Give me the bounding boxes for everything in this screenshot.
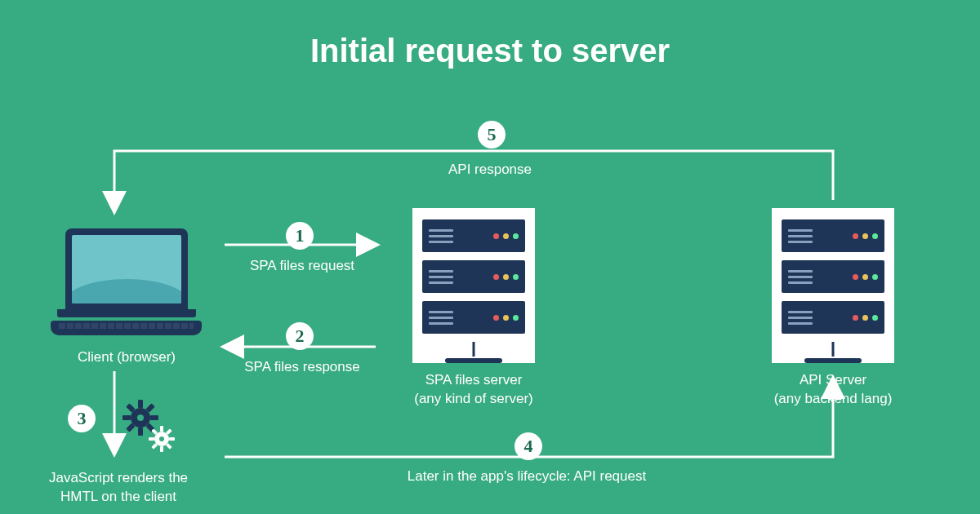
step-badge-3: 3 — [68, 405, 96, 432]
client-label: Client (browser) — [49, 349, 204, 366]
diagram-title: Initial request to server — [0, 33, 980, 69]
svg-rect-14 — [169, 437, 175, 441]
step-3-label: JavaScript renders the HMTL on the clien… — [29, 469, 208, 507]
api-server-label: API Server (any backend lang) — [739, 371, 927, 409]
step-2-label: SPA files response — [220, 359, 384, 375]
svg-rect-1 — [138, 400, 143, 408]
svg-rect-12 — [160, 446, 163, 452]
svg-rect-11 — [160, 426, 163, 432]
svg-rect-13 — [149, 437, 154, 441]
api-server-icon — [772, 208, 894, 363]
spa-server-icon — [412, 208, 535, 363]
step-badge-5: 5 — [478, 121, 506, 148]
spa-server-label: SPA files server (any kind of server) — [384, 371, 564, 409]
step-4-label: Later in the app's lifecycle: API reques… — [351, 468, 702, 485]
client-laptop-icon — [57, 228, 196, 335]
svg-point-9 — [137, 414, 144, 421]
step-badge-4: 4 — [514, 432, 542, 460]
gear-icon — [122, 400, 180, 460]
step-1-label: SPA files request — [225, 258, 380, 274]
step-5-label: API response — [408, 162, 572, 178]
step-badge-2: 2 — [286, 322, 314, 350]
step-badge-1: 1 — [286, 222, 314, 250]
svg-point-19 — [159, 436, 164, 441]
svg-rect-3 — [122, 415, 131, 420]
svg-rect-2 — [138, 428, 143, 436]
svg-rect-4 — [150, 415, 158, 420]
